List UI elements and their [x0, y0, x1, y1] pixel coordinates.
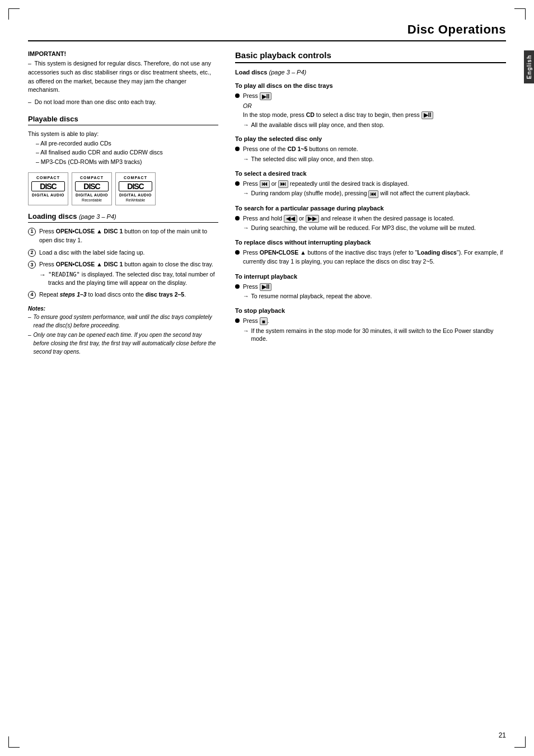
playback-item-interrupt: To interrupt playback Press ▶II → To res…	[235, 273, 506, 300]
play-selected-arrow: → The selected disc will play once, and …	[243, 155, 506, 163]
note-text-1: To ensure good system performance, wait …	[34, 313, 218, 330]
step-3-arrow-text: "READING" is displayed. The selected dis…	[48, 270, 218, 287]
play-all-arrow-text: All the available discs will play once, …	[251, 121, 385, 129]
step-text-2: Load a disc with the label side facing u…	[39, 248, 145, 257]
play-pause-btn-2: ▶II	[421, 111, 434, 119]
stop-bullet: Press ■. → If the system remains in the …	[235, 317, 506, 343]
corner-mark-br	[514, 736, 526, 748]
play-pause-btn-3: ▶II	[260, 283, 272, 291]
replace-discs-content: Press OPEN•CLOSE ▲ buttons of the inacti…	[243, 248, 506, 266]
playable-discs-title: Playable discs	[28, 115, 218, 125]
cd-logo-standard: COMPACT DISC DIGITAL AUDIO	[28, 172, 68, 205]
stop-title: To stop playback	[235, 307, 506, 314]
page-number: 21	[499, 731, 506, 739]
play-selected-arrow-text: The selected disc will play once, and th…	[251, 155, 374, 163]
load-discs-ref: Load discs (page 3 – P4)	[235, 69, 506, 76]
rewind-btn: ◀◀	[284, 215, 297, 223]
note-text-2: Only one tray can be opened each time. I…	[34, 331, 218, 356]
search-arrow: → During searching, the volume will be r…	[243, 224, 506, 232]
cd-logo-compact-text-3: COMPACT	[119, 175, 152, 180]
right-column: Basic playback controls Load discs (page…	[235, 50, 506, 357]
play-selected-bullet: Press one of the CD 1~5 buttons on remot…	[235, 145, 506, 163]
basic-playback-title: Basic playback controls	[235, 50, 506, 63]
interrupt-arrow-text: To resume normal playback, repeat the ab…	[251, 292, 372, 300]
play-all-bullet: Press ▶II	[235, 92, 506, 101]
cd-logo-rewritable: COMPACT DISC DIGITAL AUDIO ReWritable	[115, 172, 156, 205]
english-tab: English	[524, 50, 534, 83]
or-text: OR	[243, 102, 506, 109]
select-track-content: Press ⏮ or ⏭ repeatedly until the desire…	[243, 180, 506, 198]
select-track-arrow: → During random play (shuffle mode), pre…	[243, 189, 506, 198]
cd-logo-recordable-text: Recordable	[75, 198, 109, 203]
bullet-dot	[235, 147, 240, 151]
cd-disc-graphic-1: DISC	[31, 181, 65, 191]
cd-logo-recordable: COMPACT DISC DIGITAL AUDIO Recordable	[72, 172, 112, 205]
loading-step-3: 3 Press OPEN•CLOSE ▲ DISC 1 button again…	[28, 260, 218, 287]
notes-title: Notes:	[28, 304, 218, 313]
corner-mark-tr	[514, 8, 526, 20]
important-point-1: – This system is designed for regular di…	[28, 59, 218, 95]
loading-step-2: 2 Load a disc with the label side facing…	[28, 248, 218, 257]
playback-item-select-track: To select a desired track Press ⏮ or ⏭ r…	[235, 170, 506, 198]
play-all-title: To play all discs on the disc trays	[235, 82, 506, 89]
cd-logos: COMPACT DISC DIGITAL AUDIO COMPACT DISC …	[28, 172, 218, 205]
replace-discs-title: To replace discs without interrupting pl…	[235, 239, 506, 246]
cd-disc-graphic-3: DISC	[119, 181, 152, 191]
note-2: – Only one tray can be opened each time.…	[28, 331, 218, 356]
playable-discs-intro: This system is able to play:	[28, 130, 218, 139]
stop-arrow: → If the system remains in the stop mode…	[243, 327, 506, 343]
play-all-arrow: → All the available discs will play once…	[243, 121, 506, 129]
list-item: All pre-recorded audio CDs	[36, 139, 218, 148]
arrow-icon-selected: →	[243, 155, 249, 163]
loading-steps: 1 Press OPEN•CLOSE ▲ DISC 1 button on to…	[28, 227, 218, 299]
playback-item-replace: To replace discs without interrupting pl…	[235, 239, 506, 266]
arrow-icon-interrupt: →	[243, 292, 249, 300]
notes-section: Notes: – To ensure good system performan…	[28, 304, 218, 356]
bullet-dot	[235, 250, 240, 255]
step-num-3: 3	[28, 261, 36, 269]
prev-btn: ⏮	[260, 180, 270, 188]
select-track-title: To select a desired track	[235, 170, 506, 177]
bullet-dot	[235, 181, 240, 186]
select-track-bullet: Press ⏮ or ⏭ repeatedly until the desire…	[235, 180, 506, 198]
arrow-icon-3: →	[39, 270, 46, 287]
cd-disc-graphic-2: DISC	[75, 181, 109, 191]
play-selected-title: To play the selected disc only	[235, 135, 506, 142]
left-column: IMPORTANT! – This system is designed for…	[28, 50, 218, 357]
search-arrow-text: During searching, the volume will be red…	[251, 224, 476, 232]
interrupt-title: To interrupt playback	[235, 273, 506, 280]
play-all-extra: In the stop mode, press CD to select a d…	[243, 111, 506, 129]
loading-step-1: 1 Press OPEN•CLOSE ▲ DISC 1 button on to…	[28, 227, 218, 245]
cd-logo-compact-text-2: COMPACT	[75, 175, 109, 180]
stop-arrow-text: If the system remains in the stop mode f…	[251, 327, 507, 343]
interrupt-arrow: → To resume normal playback, repeat the …	[243, 292, 506, 300]
step-3-arrow: → "READING" is displayed. The selected d…	[39, 270, 218, 287]
arrow-icon-play-all: →	[243, 121, 249, 129]
playable-discs-list: All pre-recorded audio CDs All finalised…	[36, 139, 218, 167]
playback-item-play-all: To play all discs on the disc trays Pres…	[235, 82, 506, 129]
search-passage-bullet: Press and hold ◀◀ or ▶▶ and release it w…	[235, 214, 506, 232]
search-passage-title: To search for a particular passage durin…	[235, 205, 506, 212]
play-selected-content: Press one of the CD 1~5 buttons on remot…	[243, 145, 506, 163]
step-num-1: 1	[28, 228, 36, 236]
loading-discs-ref: (page 3 – P4)	[79, 213, 116, 220]
load-discs-page-ref: (page 3 – P4)	[269, 69, 307, 76]
arrow-icon-stop: →	[243, 327, 249, 343]
select-track-arrow-text: During random play (shuffle mode), press…	[251, 189, 471, 198]
prev-btn-2: ⏮	[368, 190, 378, 198]
list-item: MP3-CDs (CD-ROMs with MP3 tracks)	[36, 157, 218, 167]
important-text: – This system is designed for regular di…	[28, 59, 218, 107]
next-btn: ⏭	[278, 180, 288, 188]
step-text-4: Repeat steps 1–3 to load discs onto the …	[39, 290, 186, 299]
important-box: IMPORTANT! – This system is designed for…	[28, 50, 218, 107]
play-all-content: Press ▶II	[243, 92, 506, 101]
step-text-1: Press OPEN•CLOSE ▲ DISC 1 button on top …	[39, 227, 218, 245]
cd-logo-rewritable-text: ReWritable	[119, 198, 152, 203]
playback-item-stop: To stop playback Press ■. → If the syste…	[235, 307, 506, 343]
note-1: – To ensure good system performance, wai…	[28, 313, 218, 330]
cd-logo-digital-audio-3: DIGITAL AUDIO	[119, 192, 152, 198]
load-discs-label: Load discs	[235, 69, 267, 76]
step-text-3: Press OPEN•CLOSE ▲ DISC 1 button again t…	[39, 260, 218, 287]
bullet-dot	[235, 318, 240, 323]
cd-logo-compact-text: COMPACT	[31, 175, 65, 180]
